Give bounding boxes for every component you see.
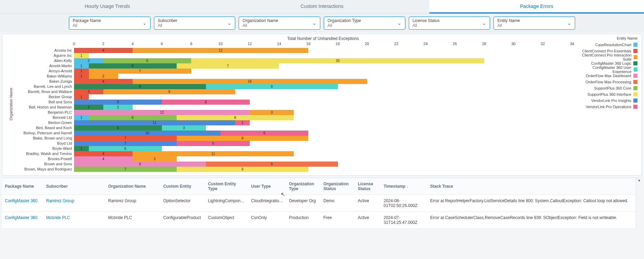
column-header-subscriber[interactable]: Subscriber [43, 178, 105, 195]
bar-segment[interactable]: 7 [177, 63, 279, 69]
legend-item[interactable]: ClientConnect Pro Interaction Suite [575, 54, 637, 60]
bar-row[interactable]: 79 [74, 136, 572, 141]
tab-hourly-usage-trends[interactable]: Hourly Usage Trends [0, 0, 215, 13]
bar-segment[interactable]: 11 [74, 120, 235, 125]
bar-row[interactable]: 12 [74, 74, 572, 79]
tab-package-errors[interactable]: Package Errors [429, 0, 644, 13]
bar-row[interactable]: 1 [74, 94, 572, 100]
bar-segment[interactable]: 3 [250, 110, 294, 115]
legend-item[interactable]: CaseResolutionChart [575, 42, 637, 48]
cell-subscriber[interactable]: Mcbride PLC [43, 212, 105, 228]
bar-row[interactable]: 111 [74, 120, 572, 125]
bar-segment[interactable]: 2 [103, 105, 133, 110]
bar-segment[interactable]: 1 [74, 74, 89, 79]
filter-organization-type[interactable]: Organization TypeAll⌄ [324, 17, 405, 30]
column-header-organization-type[interactable]: Organization Type [286, 178, 321, 195]
bar-segment[interactable]: 6 [74, 125, 162, 131]
bar-segment[interactable]: 2 [74, 105, 103, 110]
bar-segment[interactable]: 9 [177, 136, 309, 141]
bar-segment[interactable]: 9 [177, 167, 309, 172]
bar-row[interactable]: 99 [74, 162, 572, 167]
bar-segment[interactable]: 6 [220, 131, 308, 136]
bar-row[interactable]: 22 [74, 105, 572, 110]
legend-item[interactable]: SupportPlus 360 Core [575, 85, 637, 91]
bar-segment[interactable]: 12 [133, 48, 308, 53]
column-header-custom-entity[interactable]: Custom Entity [160, 178, 205, 195]
cell-package-name[interactable]: ConfigMaster 360 [2, 212, 43, 228]
column-header-package-name[interactable]: Package Name [2, 178, 43, 195]
bar-segment[interactable]: 6 [89, 63, 177, 69]
bar-segment[interactable]: 4 [74, 79, 133, 84]
bar-row[interactable]: 411 [74, 151, 572, 156]
bar-row[interactable]: 43 [74, 156, 572, 162]
filter-license-status[interactable]: License StatusAll⌄ [409, 17, 490, 30]
bar-segment[interactable]: 5 [177, 141, 250, 146]
bar-row[interactable]: 75 [74, 141, 572, 146]
legend-item[interactable]: VendorLink Pro Operations [575, 104, 637, 110]
filter-entity-name[interactable]: Entity NameAll⌄ [494, 17, 575, 30]
filter-organization-name[interactable]: Organization NameAll⌄ [239, 17, 320, 30]
bar-segment[interactable]: 4 [74, 48, 133, 53]
bar-segment[interactable]: 9 [103, 89, 235, 94]
bar-row[interactable]: 63 [74, 125, 572, 131]
bar-row[interactable]: 412 [74, 48, 572, 53]
bar-segment[interactable]: 6 [162, 100, 250, 105]
column-header-timestamp[interactable]: Timestamp↓ [381, 178, 427, 195]
filter-package-name[interactable]: Package NameAll⌄ [69, 17, 150, 30]
tab-custom-interactions[interactable]: Custom Interactions [215, 0, 429, 13]
bar-segment[interactable]: 1 [74, 94, 89, 100]
bar-segment[interactable]: 16 [133, 79, 367, 84]
column-header-stack-trace[interactable]: Stack Trace [427, 178, 636, 195]
legend-item[interactable]: VendorLink Pro Insights [575, 97, 637, 104]
bar-segment[interactable]: 20 [191, 58, 484, 63]
bar-segment[interactable]: 3 [162, 125, 206, 131]
bar-segment[interactable]: 1 [74, 146, 89, 151]
bar-segment[interactable]: 7 [74, 141, 177, 146]
table-scroll-indicator[interactable]: ▾ [636, 178, 642, 229]
bar-row[interactable]: 123 [74, 110, 572, 115]
bar-row[interactable]: 79 [74, 167, 572, 172]
bar-row[interactable]: 99 [74, 84, 572, 89]
column-header-custom-entity-type[interactable]: Custom Entity Type [205, 178, 248, 195]
bar-segment[interactable]: 9 [206, 84, 338, 89]
bar-row[interactable]: 106 [74, 131, 572, 136]
bar-row[interactable]: 168 [74, 115, 572, 120]
legend-item[interactable]: OrderFlow Max Processing [575, 79, 637, 85]
bar-row[interactable]: 416 [74, 79, 572, 84]
bar-segment[interactable]: 11 [133, 151, 294, 156]
bar-row[interactable]: 17 [74, 69, 572, 74]
cell-subscriber[interactable]: Ramirez Group [43, 195, 105, 211]
bar-segment[interactable]: 7 [74, 136, 177, 141]
bar-segment[interactable]: 2 [89, 74, 118, 79]
bar-segment[interactable]: 1 [74, 63, 89, 69]
legend-item[interactable]: ConfigMaster 360 User Experience [575, 66, 637, 73]
bar-segment[interactable]: 10 [74, 131, 220, 136]
filter-subscriber[interactable]: SubscriberAll⌄ [154, 17, 236, 30]
column-header-organization-status[interactable]: Organization Status [321, 178, 355, 195]
bar-segment[interactable]: 7 [89, 69, 191, 74]
bar-segment[interactable]: 3 [133, 156, 177, 162]
bar-segment[interactable]: 1 [235, 120, 250, 125]
bar-row[interactable]: 66 [74, 100, 572, 105]
bar-row[interactable]: 29 [74, 89, 572, 94]
bar-row[interactable]: 15 [74, 146, 572, 151]
bar-row[interactable]: 167 [74, 63, 572, 69]
bar-row[interactable]: 2620 [74, 58, 572, 63]
column-header-user-type[interactable]: User Type [248, 178, 286, 195]
bar-segment[interactable]: 12 [74, 110, 250, 115]
bar-segment[interactable]: 6 [74, 100, 162, 105]
bar-segment[interactable]: 1 [74, 69, 89, 74]
bar-segment[interactable]: 7 [74, 167, 177, 172]
bar-segment[interactable]: 1 [74, 115, 89, 120]
bar-segment[interactable]: 9 [74, 162, 206, 167]
bar-segment[interactable]: 2 [74, 89, 103, 94]
legend-item[interactable]: SupportPlus 360 Interface [575, 91, 637, 97]
bar-segment[interactable]: 9 [74, 84, 206, 89]
bar-segment[interactable]: 4 [74, 156, 133, 162]
bar-segment[interactable]: 6 [89, 115, 177, 120]
bar-segment[interactable]: 5 [89, 146, 162, 151]
bar-segment[interactable]: 8 [177, 115, 294, 120]
column-header-organization-name[interactable]: Organization Name [105, 178, 160, 195]
column-header-license-status[interactable]: License Status [355, 178, 381, 195]
bar-segment[interactable]: 6 [103, 58, 191, 63]
